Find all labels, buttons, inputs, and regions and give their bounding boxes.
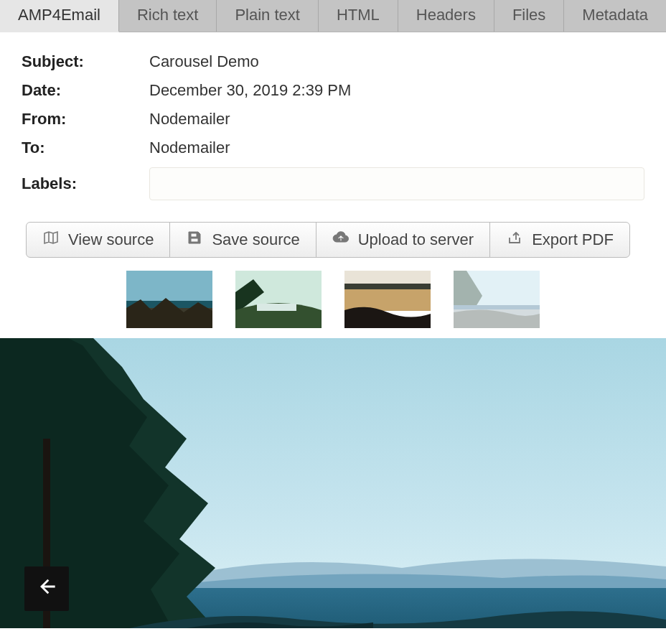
thumb-3[interactable] <box>344 271 431 328</box>
carousel-prev-button[interactable] <box>24 566 69 611</box>
tab-label: Files <box>512 6 545 24</box>
carousel-image <box>0 338 666 628</box>
action-toolbar: View source Save source Upload to server… <box>0 222 666 271</box>
export-icon <box>506 229 523 251</box>
subject-value: Carousel Demo <box>149 52 259 71</box>
date-value: December 30, 2019 2:39 PM <box>149 81 351 100</box>
tab-label: HTML <box>337 6 380 24</box>
labels-label: Labels: <box>22 174 149 193</box>
thumb-2[interactable] <box>235 271 322 328</box>
from-label: From: <box>22 110 149 129</box>
button-label: View source <box>68 230 154 249</box>
svg-rect-0 <box>126 271 212 301</box>
button-label: Save source <box>212 230 299 249</box>
cloud-upload-icon <box>332 229 350 251</box>
svg-rect-4 <box>257 304 296 311</box>
meta-row-to: To: Nodemailer <box>22 139 644 157</box>
date-label: Date: <box>22 81 149 100</box>
tab-headers[interactable]: Headers <box>398 0 494 32</box>
thumb-4[interactable] <box>454 271 540 328</box>
meta-row-from: From: Nodemailer <box>22 110 644 129</box>
carousel-main <box>0 338 666 628</box>
save-source-button[interactable]: Save source <box>169 222 316 258</box>
save-icon <box>186 229 203 251</box>
thumb-1[interactable] <box>126 271 212 328</box>
button-label: Export PDF <box>532 230 614 249</box>
tab-label: Headers <box>416 6 476 24</box>
tab-rich-text[interactable]: Rich text <box>119 0 217 32</box>
tab-files[interactable]: Files <box>494 0 564 32</box>
upload-to-server-button[interactable]: Upload to server <box>316 222 490 258</box>
view-source-button[interactable]: View source <box>26 222 170 258</box>
carousel-thumbnails <box>0 271 666 338</box>
button-label: Upload to server <box>358 230 474 249</box>
tab-label: AMP4Email <box>18 6 100 24</box>
tab-label: Metadata <box>582 6 648 24</box>
to-label: To: <box>22 139 149 157</box>
svg-rect-9 <box>454 305 540 309</box>
labels-input[interactable] <box>149 167 644 200</box>
tab-label: Plain text <box>235 6 300 24</box>
tab-bar: AMP4Email Rich text Plain text HTML Head… <box>0 0 666 32</box>
tab-html[interactable]: HTML <box>319 0 398 32</box>
arrow-left-icon <box>37 577 57 601</box>
meta-row-labels: Labels: <box>22 167 644 200</box>
subject-label: Subject: <box>22 52 149 71</box>
meta-row-date: Date: December 30, 2019 2:39 PM <box>22 81 644 100</box>
export-pdf-button[interactable]: Export PDF <box>489 222 630 258</box>
tab-plain-text[interactable]: Plain text <box>217 0 318 32</box>
meta-row-subject: Subject: Carousel Demo <box>22 52 644 71</box>
map-icon <box>42 229 60 251</box>
tab-amp4email[interactable]: AMP4Email <box>0 0 119 32</box>
to-value: Nodemailer <box>149 139 230 157</box>
tab-label: Rich text <box>137 6 199 24</box>
svg-rect-6 <box>344 284 431 289</box>
message-meta: Subject: Carousel Demo Date: December 30… <box>0 32 666 222</box>
from-value: Nodemailer <box>149 110 230 129</box>
tab-metadata[interactable]: Metadata <box>564 0 666 32</box>
